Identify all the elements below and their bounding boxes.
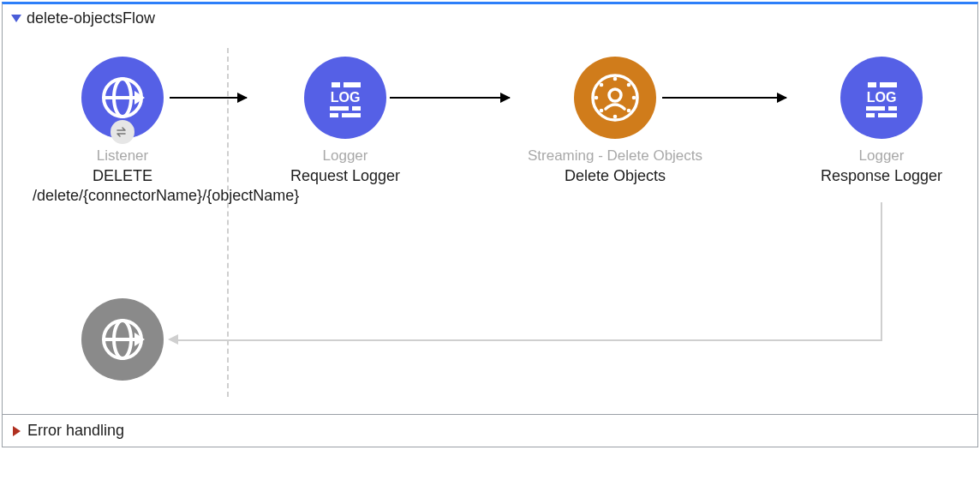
return-icon xyxy=(81,298,164,381)
arrow xyxy=(662,97,786,99)
svg-rect-26 xyxy=(866,113,875,117)
node-request-logger[interactable]: LOG Logger Request Logger xyxy=(251,57,439,186)
svg-rect-24 xyxy=(866,106,885,111)
node-listener[interactable]: Listener DELETE /delete/{connectorName}/… xyxy=(28,57,217,207)
svg-point-18 xyxy=(595,96,599,100)
node-type-label: Listener xyxy=(97,147,148,165)
svg-rect-27 xyxy=(878,113,897,117)
streaming-icon xyxy=(574,57,656,139)
arrow xyxy=(390,97,510,99)
expand-icon[interactable] xyxy=(13,426,21,436)
svg-text:LOG: LOG xyxy=(867,90,897,105)
return-path xyxy=(881,202,882,339)
svg-text:LOG: LOG xyxy=(331,90,361,105)
exchange-badge-icon xyxy=(111,120,134,144)
svg-point-16 xyxy=(613,115,618,119)
error-handling-header[interactable]: Error handling xyxy=(3,415,977,447)
svg-point-20 xyxy=(609,89,621,101)
svg-rect-10 xyxy=(342,113,361,117)
svg-rect-8 xyxy=(352,106,361,111)
svg-point-15 xyxy=(627,109,631,113)
flow-canvas[interactable]: Listener DELETE /delete/{connectorName}/… xyxy=(3,31,977,415)
svg-point-12 xyxy=(613,77,618,81)
node-label: DELETE /delete/{connectorName}/{objectNa… xyxy=(33,166,212,207)
node-delete-objects[interactable]: Streaming - Delete Objects Delete Object… xyxy=(504,57,726,186)
arrow xyxy=(170,97,247,99)
logger-icon: LOG xyxy=(304,57,386,139)
node-label: Delete Objects xyxy=(565,166,666,186)
node-type-label: Streaming - Delete Objects xyxy=(528,147,702,165)
svg-point-17 xyxy=(600,109,604,113)
svg-point-13 xyxy=(627,83,631,87)
node-return[interactable] xyxy=(28,298,217,381)
svg-rect-4 xyxy=(332,82,340,87)
svg-rect-25 xyxy=(888,106,897,111)
svg-rect-21 xyxy=(868,82,876,87)
source-divider xyxy=(227,48,229,397)
logger-icon: LOG xyxy=(840,57,923,139)
listener-icon xyxy=(81,57,164,139)
svg-rect-22 xyxy=(880,82,897,87)
return-path xyxy=(178,339,882,341)
flow-header[interactable]: delete-objectsFlow xyxy=(3,4,977,31)
flow-title: delete-objectsFlow xyxy=(27,9,155,27)
flow-panel: delete-objectsFlow Listener DELETE / xyxy=(2,2,978,447)
svg-point-19 xyxy=(600,83,604,87)
node-type-label: Logger xyxy=(859,147,905,165)
svg-rect-5 xyxy=(344,82,361,87)
node-response-logger[interactable]: LOG Logger Response Logger xyxy=(787,57,976,186)
svg-point-14 xyxy=(632,96,636,100)
node-type-label: Logger xyxy=(323,147,368,165)
svg-rect-9 xyxy=(330,113,338,117)
svg-point-11 xyxy=(593,75,637,120)
error-section-title: Error handling xyxy=(27,422,124,440)
svg-rect-7 xyxy=(330,106,349,111)
node-label: Response Logger xyxy=(821,166,942,186)
node-label: Request Logger xyxy=(290,166,400,186)
collapse-icon[interactable] xyxy=(11,15,21,22)
